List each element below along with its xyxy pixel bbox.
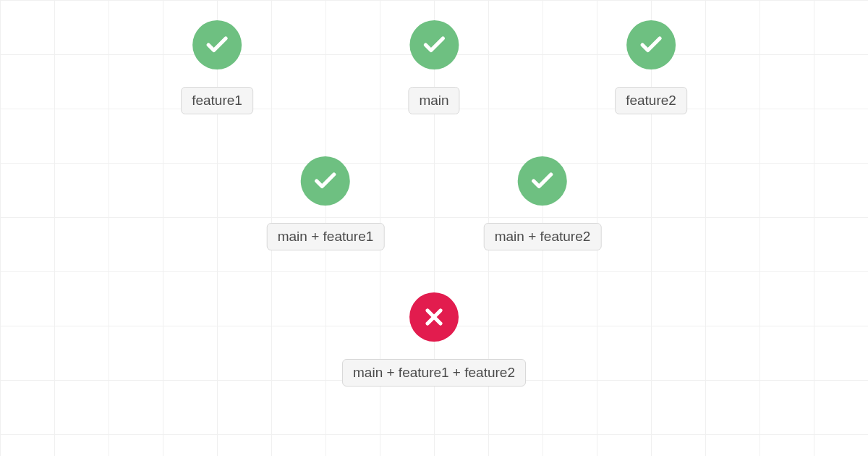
label-main-feature1-feature2: main + feature1 + feature2 <box>342 359 526 387</box>
x-icon <box>409 292 459 342</box>
check-icon <box>409 20 459 69</box>
label-feature2: feature2 <box>615 87 687 114</box>
label-main: main <box>408 87 459 114</box>
node-feature2: feature2 <box>615 20 687 114</box>
node-main-feature1: main + feature1 <box>267 156 385 250</box>
node-main: main <box>408 20 459 114</box>
check-icon <box>518 156 567 206</box>
check-icon <box>301 156 350 206</box>
node-main-feature1-feature2: main + feature1 + feature2 <box>342 292 526 387</box>
check-icon <box>192 20 242 69</box>
node-main-feature2: main + feature2 <box>484 156 602 250</box>
label-feature1: feature1 <box>181 87 253 114</box>
label-main-feature2: main + feature2 <box>484 223 602 250</box>
node-feature1: feature1 <box>181 20 253 114</box>
check-icon <box>626 20 676 69</box>
label-main-feature1: main + feature1 <box>267 223 385 250</box>
